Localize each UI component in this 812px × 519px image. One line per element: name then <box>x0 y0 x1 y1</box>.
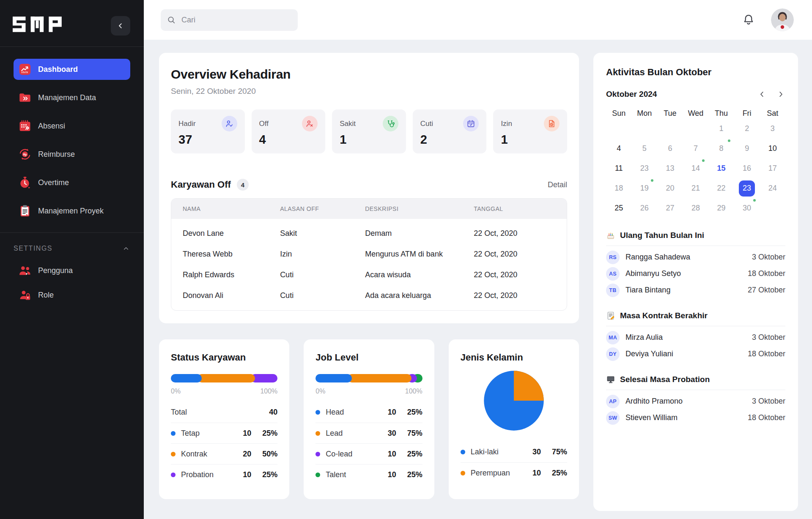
stacked-bar <box>171 374 277 382</box>
svg-text:Rp: Rp <box>23 153 27 156</box>
next-month-button[interactable] <box>776 90 785 99</box>
table-row: Ralph EdwardsCutiAcara wisuda22 Oct, 202… <box>171 265 567 285</box>
event-person-name: Mirza Aulia <box>625 333 746 342</box>
user-avatar[interactable] <box>771 8 794 31</box>
calendar-day-29[interactable]: 29 <box>708 198 734 218</box>
legend-pct: 25% <box>251 429 277 438</box>
calendar-day-5[interactable]: 5 <box>632 139 658 158</box>
event-row: SWStieven William18 Oktober <box>606 410 785 426</box>
calendar-day-9[interactable]: 9 <box>734 139 760 158</box>
calendar-day-6[interactable]: 6 <box>657 139 683 158</box>
event-date: 27 Oktober <box>748 286 785 295</box>
sidebar-item-reimburse[interactable]: RpReimburse <box>14 144 130 165</box>
calendar-day-21[interactable]: 21 <box>683 178 709 198</box>
table-cell: 22 Oct, 2020 <box>474 285 567 310</box>
sidebar-item-dashboard[interactable]: Dashboard <box>14 59 130 80</box>
overview-card: Overview Kehadiran Senin, 22 Oktober 202… <box>159 53 579 323</box>
calendar-day-16[interactable]: 16 <box>734 158 760 178</box>
legend-row-co-lead: Co-lead1025% <box>315 443 422 464</box>
sidebar-item-pengguna[interactable]: Pengguna <box>14 260 130 281</box>
prev-month-button[interactable] <box>757 90 767 99</box>
sidebar-nav: DashboardManajemen DataAbsensiRpReimburs… <box>0 47 144 232</box>
legend-value: 10 <box>232 429 251 438</box>
legend-label: Probation <box>181 470 232 479</box>
legend-dot <box>315 431 320 436</box>
calendar-day-3[interactable]: 3 <box>760 119 785 139</box>
calendar-day-4[interactable]: 4 <box>606 139 632 158</box>
calendar-day-empty <box>657 119 683 139</box>
event-row: RSRangga Sahadewa3 Oktober <box>606 249 785 265</box>
table-column-header: ALASAN OFF <box>280 199 365 219</box>
sidebar-item-manajemen-data[interactable]: Manajemen Data <box>14 87 130 108</box>
calendar-day-20[interactable]: 20 <box>657 178 683 198</box>
calendar-day-1[interactable]: 1 <box>708 119 734 139</box>
calendar-day-24[interactable]: 24 <box>760 178 785 198</box>
notifications-button[interactable] <box>742 14 755 26</box>
section-divider <box>606 390 785 390</box>
calendar-day-27[interactable]: 27 <box>657 198 683 218</box>
sidebar-collapse-button[interactable] <box>111 16 130 36</box>
legend-pct: 25% <box>396 450 422 459</box>
calendar-day-15[interactable]: 15 <box>708 158 734 178</box>
overview-title: Overview Kehadiran <box>171 67 567 82</box>
sidebar-item-absensi[interactable]: Absensi <box>14 115 130 137</box>
legend-dot <box>315 410 320 415</box>
axis-min-label: 0% <box>171 388 181 395</box>
calendar-day-17[interactable]: 17 <box>760 158 785 178</box>
calendar-day-2[interactable]: 2 <box>734 119 760 139</box>
sidebar-item-label: Role <box>38 291 54 300</box>
status-karyawan-card: Status Karyawan0%100%Total40Tetap1025%Ko… <box>159 339 289 499</box>
calendar-day-22[interactable]: 22 <box>708 178 734 198</box>
legend-row-lead: Lead3075% <box>315 423 422 443</box>
calendar-day-19[interactable]: 19 <box>632 178 658 198</box>
calendar-day-10[interactable]: 10 <box>760 139 785 158</box>
dashboard-icon <box>19 63 31 76</box>
stat-label: Sakit <box>340 120 356 128</box>
calendar-day-8[interactable]: 8 <box>708 139 734 158</box>
karyawan-off-title: Karyawan Off <box>171 179 231 190</box>
event-rows: APArdhito Pramono3 OktoberSWStieven Will… <box>606 393 785 426</box>
legend-dot <box>171 452 176 456</box>
calendar-day-14[interactable]: 14 <box>683 158 709 178</box>
legend-label: Total <box>171 408 232 417</box>
calendar-day-11[interactable]: 11 <box>606 158 632 178</box>
legend-value: 10 <box>377 470 396 479</box>
table-cell: Acara wisuda <box>365 265 474 285</box>
calendar-day-28[interactable]: 28 <box>683 198 709 218</box>
card-title: Jenis Kelamin <box>461 352 567 363</box>
calendar-day-23[interactable]: 23 <box>632 158 658 178</box>
sidebar-item-manajemen-proyek[interactable]: Manajemen Proyek <box>14 200 130 221</box>
calendar-day-13[interactable]: 13 <box>657 158 683 178</box>
initials-avatar: DY <box>606 347 620 361</box>
calendar-day-23[interactable]: 23 <box>734 178 760 198</box>
activity-panel: Aktivitas Bulan Oktober Oktober 2024 Sun… <box>593 53 798 511</box>
bar-segment-head <box>315 374 352 382</box>
sidebar-item-overtime[interactable]: Overtime <box>14 172 130 193</box>
legend: Total40Tetap1025%Kontrak2050%Probation10… <box>171 402 277 485</box>
attendance-stats-row: Hadir37Off4Sakit1Cuti2Izin1 <box>171 109 567 153</box>
calendar-day-26[interactable]: 26 <box>632 198 658 218</box>
calendar-day-30[interactable]: 30 <box>734 198 760 218</box>
legend-value: 30 <box>377 429 396 438</box>
calendar-day-7[interactable]: 7 <box>683 139 709 158</box>
file-clock-icon <box>544 116 560 131</box>
calendar-month-row: Oktober 2024 <box>606 90 785 99</box>
legend-label: Laki-laki <box>471 448 521 456</box>
table-cell: Cuti <box>280 265 365 285</box>
settings-section-header[interactable]: SETTINGS <box>0 233 144 254</box>
calendar-day-18[interactable]: 18 <box>606 178 632 198</box>
legend-dot <box>461 471 465 475</box>
search-input[interactable] <box>181 15 292 25</box>
calendar-day-25[interactable]: 25 <box>606 198 632 218</box>
memo-pencil-icon <box>606 311 615 320</box>
detail-link[interactable]: Detail <box>548 180 567 189</box>
users-icon <box>19 264 31 277</box>
sidebar-item-label: Absensi <box>38 122 65 131</box>
legend-pct: 50% <box>251 450 277 459</box>
settings-section-label: SETTINGS <box>14 245 52 252</box>
charts-row: Status Karyawan0%100%Total40Tetap1025%Ko… <box>159 339 579 499</box>
legend-row-probation: Probation1025% <box>171 464 277 485</box>
sidebar-item-role[interactable]: Role <box>14 284 130 306</box>
legend-label: Perempuan <box>471 469 521 478</box>
legend-value: 10 <box>521 469 541 478</box>
